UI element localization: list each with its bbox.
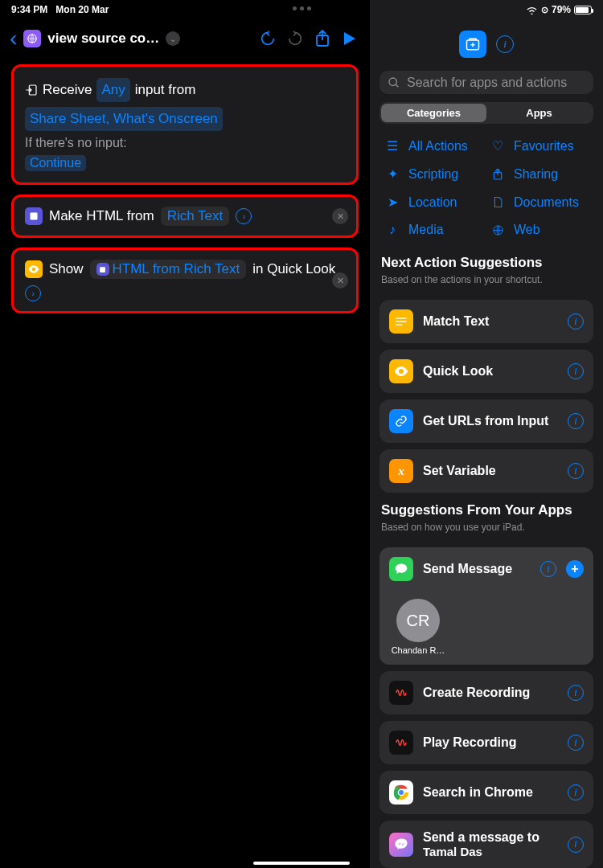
battery-percent: 79% (552, 4, 571, 15)
info-tab-button[interactable]: i (496, 35, 514, 53)
remove-action-button[interactable]: ✕ (332, 208, 348, 224)
quicklook-icon (389, 359, 413, 383)
wifi-icon (526, 6, 538, 14)
html-action-icon (25, 207, 43, 225)
wand-icon: ✦ (384, 166, 400, 182)
svg-rect-4 (100, 267, 105, 272)
make-html-card[interactable]: Make HTML from Rich Text › ✕ (11, 194, 359, 238)
link-icon (389, 409, 413, 433)
undo-button[interactable] (257, 30, 278, 47)
run-button[interactable] (339, 31, 360, 47)
title-menu-button[interactable]: ⌄ (166, 31, 180, 46)
expand-quicklook-button[interactable]: › (25, 285, 41, 301)
search-input[interactable]: Search for apps and actions (379, 71, 593, 94)
expand-param-button[interactable]: › (236, 208, 252, 224)
cat-favourites[interactable]: ♡Favourites (490, 138, 589, 154)
status-time: 9:34 PM (11, 4, 47, 15)
library-tab-button[interactable] (459, 31, 486, 58)
suggestion-set-variable[interactable]: x Set Variable i (379, 449, 593, 493)
quicklook-suffix: in Quick Look (252, 261, 335, 277)
voice-memos-icon (389, 681, 413, 705)
heart-icon: ♡ (490, 138, 506, 154)
cat-web[interactable]: Web (490, 223, 589, 237)
show-verb: Show (49, 261, 84, 277)
no-input-label: If there's no input: (25, 136, 345, 150)
suggestion-send-message[interactable]: Send Message i + CR Chandan R… (379, 547, 593, 665)
info-icon[interactable]: i (568, 313, 584, 330)
tab-categories[interactable]: Categories (381, 104, 486, 122)
cat-all-actions[interactable]: ☰All Actions (384, 138, 483, 154)
variable-icon: x (389, 459, 413, 483)
svg-point-6 (389, 78, 396, 85)
info-icon[interactable]: i (568, 837, 584, 853)
suggestion-create-recording[interactable]: Create Recording i (379, 671, 593, 714)
search-placeholder: Search for apps and actions (407, 76, 567, 90)
info-icon[interactable]: i (568, 363, 584, 379)
add-action-button[interactable]: + (566, 560, 584, 578)
messages-app-icon (389, 557, 413, 581)
receive-any-token[interactable]: Any (96, 78, 129, 102)
cat-location[interactable]: ➤Location (384, 194, 483, 210)
tab-apps[interactable]: Apps (486, 104, 592, 122)
info-icon[interactable]: i (568, 463, 584, 479)
rich-text-param[interactable]: Rich Text (161, 207, 230, 226)
shortcut-icon (23, 30, 41, 47)
receive-mid: input from (135, 79, 196, 101)
multitask-dots[interactable] (289, 6, 314, 10)
remove-quicklook-button[interactable]: ✕ (332, 272, 348, 289)
info-icon[interactable]: i (568, 413, 584, 429)
next-suggestions-title: Next Action Suggestions (381, 255, 592, 271)
suggestion-search-chrome[interactable]: Search in Chrome i (379, 771, 593, 814)
make-html-verb: Make HTML from (49, 208, 154, 224)
redo-button (285, 30, 306, 47)
cat-media[interactable]: ♪Media (384, 223, 483, 237)
input-icon (25, 84, 38, 96)
shortcut-title[interactable]: view source co… (47, 31, 159, 47)
globe-icon (490, 224, 506, 236)
messenger-app-icon (389, 833, 413, 857)
info-icon[interactable]: i (568, 735, 584, 751)
svg-rect-3 (31, 213, 38, 220)
receive-prefix: Receive (43, 79, 92, 101)
voice-memos-icon (389, 731, 413, 755)
svg-point-11 (398, 789, 404, 795)
location-icon: ➤ (384, 194, 400, 210)
back-button[interactable]: ‹ (10, 27, 17, 50)
contact-name: Chandan R… (392, 645, 445, 655)
app-suggestions-sub: Based on how you use your iPad. (381, 522, 592, 533)
cat-documents[interactable]: Documents (490, 194, 589, 210)
info-icon[interactable]: i (540, 561, 556, 577)
share-icon (490, 168, 506, 181)
share-button[interactable] (312, 29, 333, 48)
status-bar: 9:34 PM Mon 20 Mar ⊙ 79% (0, 0, 603, 19)
suggestion-messenger[interactable]: Send a message toTamal Das i (379, 821, 593, 868)
status-date: Mon 20 Mar (55, 4, 109, 15)
document-icon (490, 196, 506, 208)
avatar: CR (396, 599, 440, 642)
chrome-app-icon (389, 780, 413, 805)
home-indicator[interactable] (253, 862, 350, 865)
info-icon[interactable]: i (568, 685, 584, 701)
no-input-action[interactable]: Continue (25, 155, 86, 171)
info-icon[interactable]: i (568, 784, 584, 800)
orientation-lock-icon: ⊙ (541, 5, 548, 15)
app-suggestions-title: Suggestions From Your Apps (381, 502, 592, 518)
cat-sharing[interactable]: Sharing (490, 166, 589, 182)
cat-scripting[interactable]: ✦Scripting (384, 166, 483, 182)
battery-icon (574, 6, 592, 14)
quicklook-action-icon (25, 260, 43, 278)
suggestion-match-text[interactable]: Match Text i (379, 300, 593, 343)
quicklook-card[interactable]: Show HTML from Rich Text in Quick Look ›… (11, 248, 359, 313)
contact-chip[interactable]: CR Chandan R… (389, 599, 447, 655)
search-icon (388, 76, 400, 89)
receive-input-card[interactable]: Receive Any input from Share Sheet, What… (11, 64, 359, 185)
match-text-icon (389, 309, 413, 334)
receive-sources-token[interactable]: Share Sheet, What's Onscreen (25, 107, 223, 131)
html-from-richtext-param[interactable]: HTML from Rich Text (90, 260, 247, 279)
suggestion-get-urls[interactable]: Get URLs from Input i (379, 399, 593, 443)
suggestion-play-recording[interactable]: Play Recording i (379, 721, 593, 764)
next-suggestions-sub: Based on the actions in your shortcut. (381, 274, 592, 285)
suggestion-quick-look[interactable]: Quick Look i (379, 350, 593, 393)
segmented-control[interactable]: Categories Apps (379, 102, 593, 124)
list-icon: ☰ (384, 138, 400, 154)
